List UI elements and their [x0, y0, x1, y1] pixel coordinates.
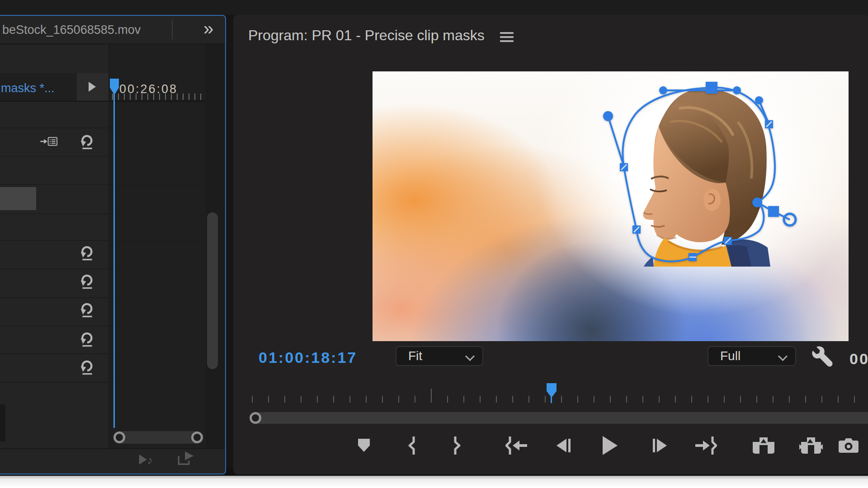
video-frame[interactable] [373, 71, 849, 341]
reset-parameter-button[interactable] [78, 300, 96, 319]
add-marker-button[interactable] [351, 433, 377, 458]
row-divider [0, 213, 206, 214]
selected-effect-row[interactable] [0, 187, 36, 210]
play-audio-icon[interactable] [138, 450, 156, 469]
play-button[interactable] [597, 433, 623, 458]
desktop-background [0, 476, 868, 488]
reset-parameter-button[interactable] [78, 358, 96, 376]
column-divider[interactable] [108, 43, 109, 448]
sequence-name[interactable]: masks *... [1, 81, 55, 95]
mark-out-button[interactable] [444, 433, 469, 458]
zoom-level-dropdown[interactable]: Fit [396, 346, 483, 366]
row-divider [0, 156, 206, 157]
export-frame-button[interactable] [836, 433, 861, 458]
program-monitor-title: Program: PR 01 - Precise clip masks [248, 27, 485, 44]
header-divider [172, 19, 173, 39]
reset-parameter-button[interactable] [78, 132, 96, 150]
app-window: beStock_165068585.mov » masks *... 00:26… [0, 0, 868, 488]
row-divider [0, 353, 206, 354]
row-divider [0, 127, 206, 128]
mask-vertex-handles[interactable] [620, 120, 773, 261]
mark-in-button[interactable] [400, 433, 425, 458]
step-back-button[interactable] [551, 433, 576, 458]
scrollbar-left-handle[interactable] [250, 412, 261, 424]
hamburger-menu-icon[interactable] [500, 32, 514, 42]
step-forward-button[interactable] [647, 433, 672, 458]
mask-path-overlay[interactable] [373, 71, 849, 341]
chevron-down-icon [778, 352, 788, 361]
mask-bezier-path [623, 88, 775, 262]
chevron-down-icon [465, 352, 475, 361]
playback-resolution-value: Full [720, 349, 741, 363]
effect-controls-panel: beStock_165068585.mov » masks *... 00:26… [0, 15, 226, 474]
rows-end-divider [0, 448, 225, 449]
program-scrollbar[interactable] [250, 412, 868, 424]
row-divider [0, 325, 206, 326]
timeline-zoom-bar[interactable] [114, 431, 203, 444]
playback-resolution-dropdown[interactable]: Full [708, 346, 796, 366]
app-top-strip [0, 0, 868, 15]
disclosure-triangle-icon[interactable] [89, 82, 96, 92]
program-mini-ruler[interactable] [252, 388, 868, 403]
reset-parameter-button[interactable] [78, 272, 96, 290]
duration-timecode-fragment: 00 [849, 350, 868, 368]
row-divider [0, 268, 206, 269]
divider [0, 101, 206, 102]
row-divider [0, 297, 206, 298]
zoom-level-value: Fit [408, 349, 422, 363]
vertical-scrollbar-thumb[interactable] [207, 212, 218, 369]
divider [0, 43, 226, 44]
go-to-out-button[interactable] [693, 433, 718, 458]
panel-corner-stub [0, 404, 5, 441]
lift-button[interactable] [751, 433, 776, 458]
wrench-settings-icon[interactable] [811, 346, 834, 367]
go-to-in-button[interactable] [504, 433, 529, 458]
row-divider [0, 382, 206, 383]
panel-menu-chevrons-icon[interactable]: » [203, 19, 212, 39]
extract-button[interactable] [798, 433, 824, 458]
reset-parameter-button[interactable] [78, 244, 96, 262]
reset-parameter-button[interactable] [78, 330, 96, 348]
effect-playhead-line [113, 94, 115, 428]
row-divider [0, 240, 206, 241]
render-export-icon[interactable] [176, 450, 194, 468]
edit-list-icon[interactable] [40, 132, 58, 150]
zoom-bar-left-handle[interactable] [113, 432, 125, 443]
zoom-bar-right-handle[interactable] [191, 432, 203, 443]
clip-title: beStock_165068585.mov [2, 23, 141, 37]
program-timecode[interactable]: 01:00:18:17 [259, 349, 357, 366]
effect-timecode[interactable]: 00:26:08 [119, 82, 178, 96]
program-monitor-panel: Program: PR 01 - Precise clip masks [233, 15, 868, 474]
effect-timeline-column [108, 43, 206, 448]
row-divider [0, 184, 206, 185]
mask-selected-vertex [706, 82, 717, 94]
